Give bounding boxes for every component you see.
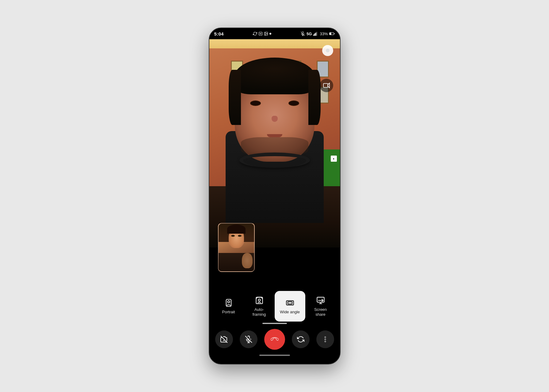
screen-share-label: Screenshare <box>314 307 327 317</box>
portrait-label: Portrait <box>222 310 235 315</box>
screen-share-icon <box>316 296 326 305</box>
pip-participant-face <box>219 224 254 271</box>
headphones <box>239 153 310 168</box>
wide-angle-icon <box>285 298 295 308</box>
svg-rect-13 <box>323 84 328 88</box>
dot-icon <box>326 49 330 52</box>
flip-camera-button[interactable] <box>292 330 310 348</box>
end-call-button[interactable] <box>264 329 285 350</box>
phone-frame: 5:04 5G 33% ● <box>209 28 341 364</box>
svg-point-1 <box>260 33 261 34</box>
pip-second-person <box>242 253 253 268</box>
floating-video-button[interactable] <box>320 79 333 92</box>
auto-framing-label: Auto-framing <box>253 307 266 317</box>
svg-rect-21 <box>317 297 324 302</box>
mode-portrait[interactable]: Portrait <box>213 291 244 322</box>
svg-rect-8 <box>315 33 315 36</box>
svg-rect-0 <box>259 32 262 36</box>
status-time: 5:04 <box>214 31 224 36</box>
video-camera-icon <box>323 83 330 88</box>
slider-bar <box>262 323 287 324</box>
svg-marker-14 <box>328 83 329 88</box>
auto-framing-icon <box>254 296 264 305</box>
face-area <box>235 70 315 162</box>
face-skin <box>235 70 315 162</box>
bottom-panel: Portrait Auto-framing Wide angle <box>209 291 340 364</box>
home-indicator <box>209 355 340 358</box>
mute-button[interactable] <box>240 330 257 348</box>
nose <box>272 116 278 122</box>
mode-auto-framing[interactable]: Auto-framing <box>244 291 275 322</box>
svg-rect-12 <box>330 33 331 35</box>
svg-rect-7 <box>313 35 314 36</box>
microphone-off-icon <box>245 336 252 343</box>
more-icon <box>322 336 329 343</box>
mode-screen-share[interactable]: Screenshare <box>305 291 336 322</box>
camera-off-icon <box>220 336 228 343</box>
pip-video[interactable] <box>218 223 255 272</box>
hair-right <box>308 70 321 125</box>
wide-angle-label: Wide angle <box>280 310 300 315</box>
mouth <box>267 134 282 137</box>
pip-face-skin <box>229 228 244 248</box>
video-background: ● <box>209 39 340 247</box>
battery-label: 33% <box>320 32 328 36</box>
mute-icon-status <box>301 32 305 36</box>
call-controls <box>209 327 340 355</box>
svg-point-30 <box>325 339 326 340</box>
svg-rect-9 <box>315 33 316 36</box>
dot-indicator <box>269 33 271 35</box>
svg-point-3 <box>265 33 266 33</box>
camera-off-button[interactable] <box>215 330 233 348</box>
pip-hair-front <box>227 224 246 234</box>
pip-eye-right <box>238 235 242 237</box>
rotation-icon <box>253 32 257 36</box>
status-bar: 5:04 5G 33% <box>209 28 340 39</box>
eye-right <box>288 100 299 106</box>
portrait-icon <box>224 298 234 308</box>
svg-rect-19 <box>286 301 293 305</box>
hair-left <box>229 70 241 125</box>
mode-slider-indicator <box>209 323 340 324</box>
svg-rect-20 <box>288 302 292 304</box>
end-call-icon <box>271 335 279 343</box>
battery-icon <box>329 32 335 36</box>
svg-point-29 <box>325 337 326 338</box>
flip-camera-icon <box>297 336 304 343</box>
floating-dot-button[interactable] <box>322 45 333 56</box>
signal-icon <box>313 32 318 36</box>
eye-left <box>250 100 261 106</box>
pip-eye-left <box>231 235 235 237</box>
network-label: 5G <box>307 32 312 36</box>
sign-text: ● <box>331 156 337 162</box>
status-center-icons <box>253 32 271 36</box>
svg-point-18 <box>258 299 260 301</box>
hair-top <box>235 58 315 94</box>
mode-wide-angle[interactable]: Wide angle <box>275 291 305 322</box>
svg-rect-10 <box>316 32 317 36</box>
status-right-icons: 5G 33% <box>301 32 335 36</box>
camera-modes-strip: Portrait Auto-framing Wide angle <box>209 291 340 322</box>
svg-point-16 <box>227 301 230 303</box>
photo-icon <box>264 32 268 36</box>
more-options-button[interactable] <box>316 330 334 348</box>
home-bar <box>259 355 290 356</box>
svg-point-31 <box>325 341 326 342</box>
svg-line-25 <box>221 336 227 343</box>
screenshot-icon <box>258 32 263 36</box>
